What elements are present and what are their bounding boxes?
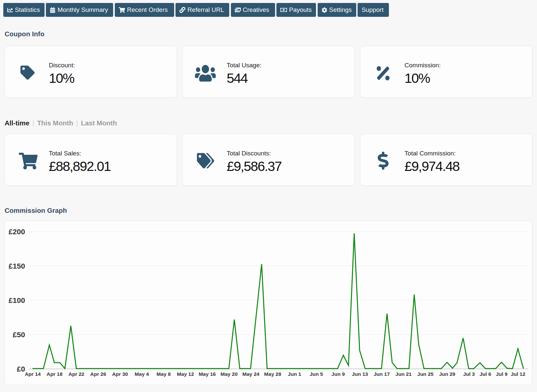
svg-text:May 4: May 4 (135, 371, 149, 377)
svg-text:May 12: May 12 (177, 371, 194, 377)
svg-text:Apr 22: Apr 22 (68, 371, 84, 377)
svg-text:Apr 14: Apr 14 (25, 371, 41, 377)
svg-text:Apr 30: Apr 30 (112, 371, 128, 377)
svg-text:Jul 9: Jul 9 (496, 371, 508, 377)
svg-text:Apr 18: Apr 18 (47, 371, 63, 377)
svg-text:Jun 13: Jun 13 (352, 371, 368, 377)
svg-text:May 8: May 8 (157, 371, 171, 377)
svg-text:May 24: May 24 (242, 371, 260, 377)
svg-text:Jun 9: Jun 9 (332, 371, 345, 377)
svg-text:Jul 6: Jul 6 (480, 371, 491, 377)
svg-text:£200: £200 (9, 227, 25, 236)
svg-text:Apr 26: Apr 26 (90, 371, 107, 377)
svg-text:Jun 25: Jun 25 (417, 371, 433, 377)
svg-text:£100: £100 (9, 296, 25, 304)
svg-text:Jun 21: Jun 21 (395, 371, 412, 377)
svg-text:£150: £150 (9, 262, 25, 270)
svg-text:£50: £50 (13, 330, 25, 339)
svg-text:Jun 1: Jun 1 (288, 371, 301, 377)
svg-text:Jun 17: Jun 17 (374, 371, 390, 377)
svg-text:Jul 12: Jul 12 (511, 371, 525, 377)
svg-text:Jun 5: Jun 5 (310, 371, 323, 377)
svg-text:May 16: May 16 (199, 371, 216, 377)
svg-text:£0: £0 (17, 365, 25, 373)
svg-text:Jun 29: Jun 29 (439, 371, 455, 377)
svg-text:Jul 3: Jul 3 (463, 371, 475, 377)
svg-text:May 20: May 20 (221, 371, 238, 377)
svg-text:May 28: May 28 (264, 371, 281, 377)
